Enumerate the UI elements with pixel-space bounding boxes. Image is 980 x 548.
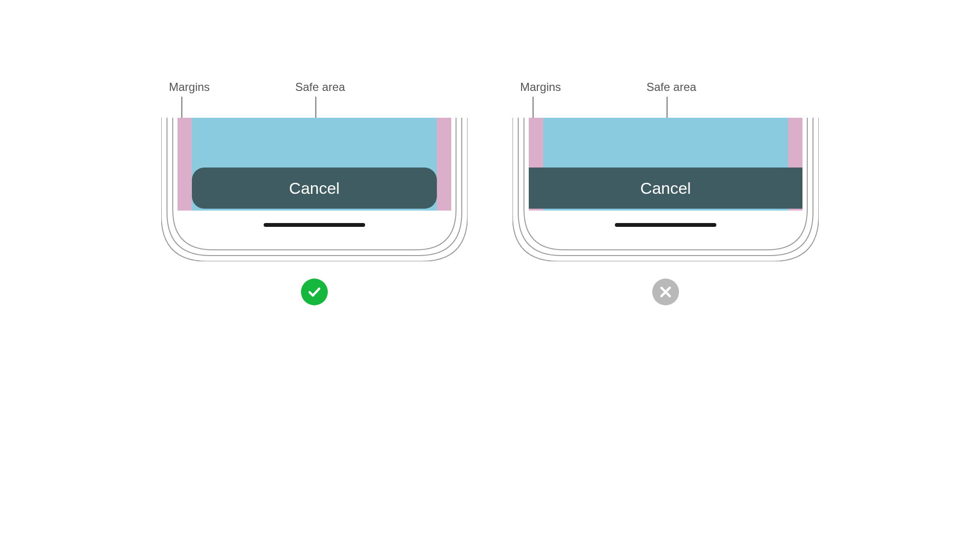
home-indicator — [615, 223, 716, 227]
check-icon — [307, 285, 322, 299]
margin-region-left — [178, 118, 192, 211]
correct-labels: Margins Safe area — [161, 80, 468, 118]
incorrect-example: Margins Safe area Cancel — [512, 80, 819, 305]
cancel-button-incorrect: Cancel — [529, 168, 802, 209]
margins-label: Margins — [169, 80, 210, 94]
cancel-button-correct: Cancel — [192, 168, 437, 209]
device-screen: Cancel — [529, 118, 802, 237]
device-frame: Cancel — [161, 118, 468, 261]
incorrect-indicator — [652, 279, 679, 305]
cancel-button-label: Cancel — [640, 179, 691, 198]
close-icon — [658, 285, 673, 299]
correct-example: Margins Safe area Cancel — [161, 80, 468, 305]
device-frame: Cancel — [512, 118, 819, 261]
device-screen: Cancel — [178, 118, 451, 237]
margins-label: Margins — [520, 80, 561, 94]
cancel-button-label: Cancel — [289, 179, 340, 198]
safe-area-label: Safe area — [295, 80, 345, 94]
home-indicator — [264, 223, 365, 227]
incorrect-labels: Margins Safe area — [512, 80, 819, 118]
layout-diagram: Margins Safe area Cancel — [0, 0, 980, 548]
margin-region-right — [437, 118, 451, 211]
correct-indicator — [301, 279, 328, 305]
safe-area-label: Safe area — [646, 80, 696, 94]
